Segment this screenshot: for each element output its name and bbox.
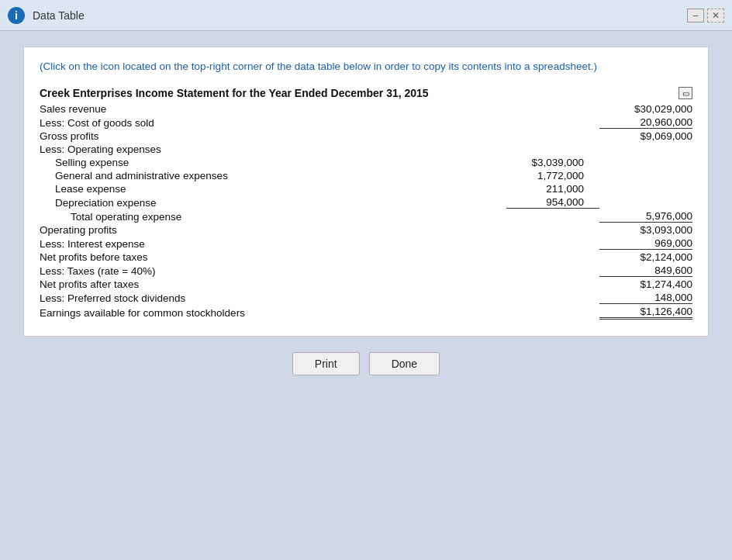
table-row: Selling expense $3,039,000 [40,156,692,169]
done-button[interactable]: Done [369,352,440,375]
row-label: Net profits after taxes [40,278,506,290]
table-header-row: Creek Enterprises Income Statement for t… [40,87,692,99]
table-row: Operating profits $3,093,000 [40,223,692,237]
row-right: $9,069,000 [599,130,692,142]
table-row: Sales revenue $30,029,000 [40,102,692,116]
close-button[interactable]: ✕ [707,9,724,22]
row-label: Gross profits [40,130,506,142]
row-right: $1,126,400 [599,306,692,320]
row-label: General and administrative expenses [40,170,506,181]
row-mid: 211,000 [506,183,599,195]
row-mid: 1,772,000 [506,170,599,181]
row-label: Lease expense [40,183,506,195]
row-right: $2,124,000 [599,251,692,263]
title-bar-left: i Data Table [8,7,85,24]
table-row: Lease expense 211,000 [40,182,692,195]
row-label: Earnings available for common stockholde… [40,307,506,319]
title-bar: i Data Table – ✕ [0,0,732,31]
copy-icon[interactable]: ▭ [678,87,692,99]
window-title: Data Table [33,9,85,22]
table-row: Total operating expense 5,976,000 [40,209,692,223]
table-row: Less: Taxes (rate = 40%) 849,600 [40,264,692,278]
row-label: Operating profits [40,224,506,236]
row-right: $30,029,000 [599,103,692,115]
minimize-button[interactable]: – [687,9,704,22]
row-mid: 954,000 [506,196,599,209]
table-row: Depreciation expense 954,000 [40,195,692,209]
income-statement: Creek Enterprises Income Statement for t… [40,87,692,320]
table-title: Creek Enterprises Income Statement for t… [40,87,429,99]
table-row: Earnings available for common stockholde… [40,305,692,320]
row-right: $1,274,400 [599,278,692,290]
main-content: (Click on the icon located on the top-ri… [0,31,732,391]
data-table-container: (Click on the icon located on the top-ri… [23,47,709,337]
info-icon: i [8,7,25,24]
row-mid: $3,039,000 [506,157,599,168]
table-row: Net profits after taxes $1,274,400 [40,278,692,291]
table-row: Less: Cost of goods sold 20,960,000 [40,116,692,130]
table-row: General and administrative expenses 1,77… [40,169,692,182]
print-button[interactable]: Print [292,352,360,375]
row-label: Less: Interest expense [40,238,506,250]
row-label: Total operating expense [40,211,506,223]
row-right: 20,960,000 [599,116,692,129]
table-row: Gross profits $9,069,000 [40,130,692,143]
row-label: Less: Preferred stock dividends [40,292,506,304]
button-row: Print Done [23,352,709,375]
title-bar-controls: – ✕ [687,9,724,22]
table-row: Less: Operating expenses [40,143,692,156]
table-row: Net profits before taxes $2,124,000 [40,251,692,264]
row-label: Less: Cost of goods sold [40,117,506,129]
row-label: Less: Operating expenses [40,143,506,155]
row-label: Depreciation expense [40,197,506,209]
row-right: 148,000 [599,292,692,304]
row-right: 849,600 [599,264,692,277]
table-row: Less: Interest expense 969,000 [40,237,692,251]
row-label: Selling expense [40,157,506,168]
row-right: $3,093,000 [599,224,692,236]
instruction-text: (Click on the icon located on the top-ri… [40,59,692,74]
row-label: Less: Taxes (rate = 40%) [40,265,506,277]
table-row: Less: Preferred stock dividends 148,000 [40,291,692,305]
row-right: 5,976,000 [599,210,692,223]
row-right: 969,000 [599,237,692,250]
row-label: Sales revenue [40,103,506,115]
row-label: Net profits before taxes [40,251,506,263]
